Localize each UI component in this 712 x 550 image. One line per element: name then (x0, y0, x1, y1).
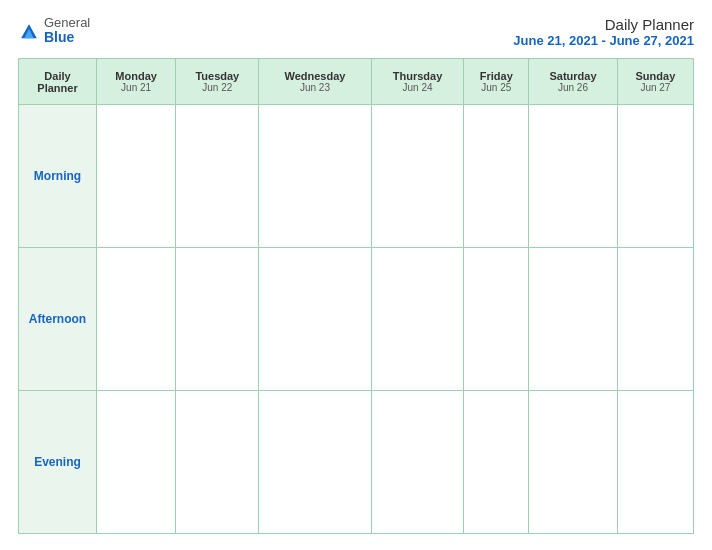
header: General Blue Daily Planner June 21, 2021… (18, 16, 694, 48)
generalblue-logo-icon (18, 21, 40, 43)
cell-evening-saturday[interactable] (529, 391, 618, 534)
planner-title: Daily Planner (513, 16, 694, 33)
col-header-label: Daily Planner (19, 59, 97, 105)
row-evening: Evening (19, 391, 694, 534)
cell-morning-friday[interactable] (464, 105, 529, 248)
row-label-afternoon: Afternoon (19, 248, 97, 391)
cell-evening-sunday[interactable] (617, 391, 693, 534)
cell-morning-monday[interactable] (97, 105, 176, 248)
page: General Blue Daily Planner June 21, 2021… (0, 0, 712, 550)
cell-morning-thursday[interactable] (371, 105, 464, 248)
cell-evening-wednesday[interactable] (259, 391, 371, 534)
col-header-sunday: Sunday Jun 27 (617, 59, 693, 105)
cell-evening-monday[interactable] (97, 391, 176, 534)
col-header-tuesday: Tuesday Jun 22 (176, 59, 259, 105)
row-label-evening: Evening (19, 391, 97, 534)
col-header-wednesday: Wednesday Jun 23 (259, 59, 371, 105)
logo-text: General Blue (44, 16, 90, 46)
cell-afternoon-monday[interactable] (97, 248, 176, 391)
row-label-morning: Morning (19, 105, 97, 248)
cell-afternoon-sunday[interactable] (617, 248, 693, 391)
cell-evening-thursday[interactable] (371, 391, 464, 534)
cell-evening-tuesday[interactable] (176, 391, 259, 534)
cell-afternoon-thursday[interactable] (371, 248, 464, 391)
header-row: Daily Planner Monday Jun 21 Tuesday Jun … (19, 59, 694, 105)
title-area: Daily Planner June 21, 2021 - June 27, 2… (513, 16, 694, 48)
row-morning: Morning (19, 105, 694, 248)
col-header-friday: Friday Jun 25 (464, 59, 529, 105)
logo-general: General (44, 16, 90, 30)
cell-morning-wednesday[interactable] (259, 105, 371, 248)
cell-afternoon-saturday[interactable] (529, 248, 618, 391)
col-header-thursday: Thursday Jun 24 (371, 59, 464, 105)
cell-evening-friday[interactable] (464, 391, 529, 534)
cell-afternoon-tuesday[interactable] (176, 248, 259, 391)
col-header-monday: Monday Jun 21 (97, 59, 176, 105)
logo-blue: Blue (44, 30, 90, 45)
cell-morning-sunday[interactable] (617, 105, 693, 248)
logo-area: General Blue (18, 16, 90, 46)
cell-morning-saturday[interactable] (529, 105, 618, 248)
cell-morning-tuesday[interactable] (176, 105, 259, 248)
planner-date-range: June 21, 2021 - June 27, 2021 (513, 33, 694, 48)
cell-afternoon-wednesday[interactable] (259, 248, 371, 391)
calendar-table: Daily Planner Monday Jun 21 Tuesday Jun … (18, 58, 694, 534)
row-afternoon: Afternoon (19, 248, 694, 391)
cell-afternoon-friday[interactable] (464, 248, 529, 391)
col-header-saturday: Saturday Jun 26 (529, 59, 618, 105)
